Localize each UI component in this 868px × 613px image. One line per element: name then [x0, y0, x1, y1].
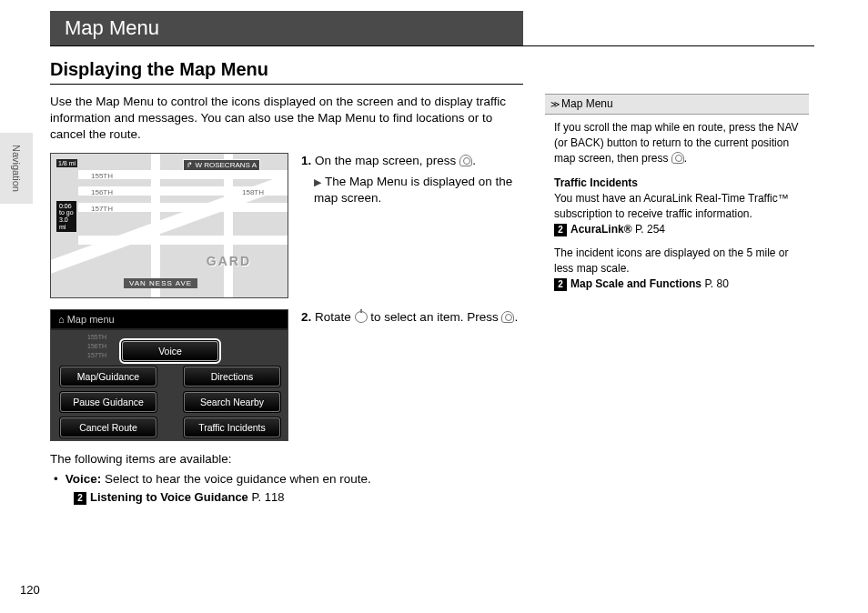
step-number: 1. [301, 154, 311, 167]
sidebar-p2: The incident icons are displayed on the … [554, 246, 807, 291]
menu-item-traffic-incidents: Traffic Incidents [184, 417, 280, 437]
step-1-sub: ▶The Map Menu is displayed on the map sc… [314, 174, 523, 208]
xref-voice-guidance: 2Listening to Voice Guidance P. 118 [74, 490, 523, 505]
menu-item-map-guidance: Map/Guidance [60, 367, 156, 387]
menu-item-pause-guidance: Pause Guidance [60, 392, 156, 412]
sidebar-header: ≫Map Menu [545, 94, 809, 115]
step-1-row: 1/8 mi 155TH 156TH 157TH 158TH ↱ W ROSEC… [50, 153, 523, 298]
section-title: Displaying the Map Menu [50, 59, 523, 85]
page-content: Map Menu Displaying the Map Menu Use the… [50, 11, 813, 505]
side-tab: Navigation [0, 133, 33, 204]
sidebar-p1: If you scroll the map while en route, pr… [554, 120, 807, 166]
enter-button-icon [459, 155, 472, 166]
street-label: 157TH [91, 205, 113, 213]
step-line: On the map screen, press [315, 154, 456, 167]
menu-item-voice: Voice [122, 341, 218, 361]
xref-icon: 2 [74, 492, 86, 505]
street-label: 155TH [91, 172, 113, 180]
eta-panel: 0:06 to go 3.0 mi [56, 201, 76, 233]
step-2-row: ⌂ Map menu 155TH 156TH 157TH 164TH Voice… [50, 309, 523, 441]
sidebar-column: ≫Map Menu If you scroll the map while en… [545, 94, 809, 505]
enter-button-icon [671, 152, 684, 164]
side-tab-label: Navigation [11, 145, 22, 192]
triangle-icon: ▶ [314, 176, 321, 189]
title-rule [50, 45, 814, 46]
available-intro: The following items are available: [50, 452, 523, 466]
street-label: 156TH [91, 188, 113, 196]
xref-icon: 2 [554, 278, 567, 291]
menu-item-directions: Directions [184, 367, 280, 387]
step-2-text: 2. Rotate to select an item. Press . [301, 309, 518, 441]
menu-item-search-nearby: Search Nearby [184, 392, 280, 412]
chapter-title: Map Menu [50, 11, 523, 45]
chevron-icon: ≫ [550, 99, 560, 109]
enter-button-icon [501, 311, 514, 323]
step-1-text: 1. On the map screen, press . ▶The Map M… [301, 153, 523, 298]
intro-paragraph: Use the Map Menu to control the icons di… [50, 94, 523, 144]
menu-header: ⌂ Map menu [51, 310, 288, 328]
figure-map-menu: ⌂ Map menu 155TH 156TH 157TH 164TH Voice… [50, 309, 288, 441]
menu-item-cancel-route: Cancel Route [60, 417, 156, 437]
street-bar: VAN NESS AVE [124, 278, 197, 288]
street-sign: ↱ W ROSECRANS A [183, 159, 260, 171]
bullet-label: Voice: [66, 472, 102, 486]
bullet-desc: Select to hear the voice guidance when e… [105, 472, 371, 486]
main-column: Use the Map Menu to control the icons di… [50, 94, 523, 505]
rotary-dial-icon [355, 311, 368, 323]
figure-map-screen: 1/8 mi 155TH 156TH 157TH 158TH ↱ W ROSEC… [50, 153, 288, 298]
street-label: 158TH [242, 188, 264, 196]
map-scale-badge: 1/8 mi [56, 159, 77, 167]
step-number: 2. [301, 310, 311, 324]
bullet-dot-icon: • [54, 471, 58, 488]
city-label: GARD [207, 254, 251, 268]
page-number: 120 [20, 583, 40, 597]
sidebar-traffic: Traffic Incidents You must have an Acura… [554, 176, 807, 236]
xref-icon: 2 [554, 224, 567, 236]
bullet-voice: • Voice: Select to hear the voice guidan… [50, 471, 523, 488]
